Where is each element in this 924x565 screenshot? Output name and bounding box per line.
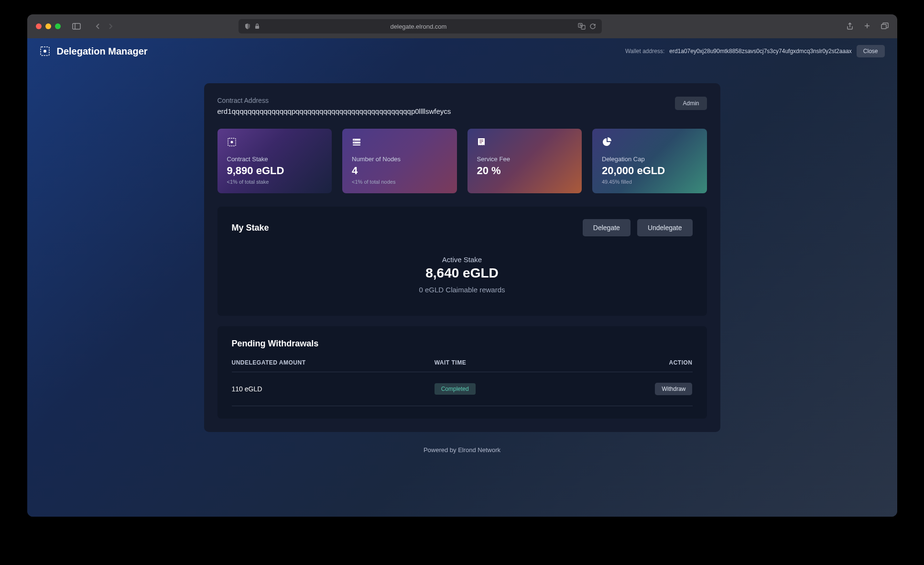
- my-stake-title: My Stake: [232, 223, 269, 233]
- withdrawals-title: Pending Withdrawals: [232, 339, 693, 349]
- share-icon[interactable]: [847, 22, 853, 30]
- active-stake-label: Active Stake: [232, 255, 693, 264]
- privacy-shield-icon[interactable]: [244, 23, 251, 30]
- card-value: 20 %: [477, 165, 573, 177]
- translate-icon[interactable]: [578, 23, 586, 30]
- footer-text: Powered by Elrond Network: [424, 432, 500, 468]
- wallet-label: Wallet address:: [625, 48, 664, 55]
- delegate-button[interactable]: Delegate: [583, 219, 630, 236]
- reload-icon[interactable]: [589, 23, 596, 30]
- stake-summary: Active Stake 8,640 eGLD 0 eGLD Claimable…: [232, 251, 693, 303]
- sidebar-toggle-icon[interactable]: [72, 23, 81, 30]
- stake-icon: [227, 137, 237, 147]
- contract-row: Contract Address erd1qqqqqqqqqqqqqqqpqqq…: [217, 97, 707, 115]
- back-icon[interactable]: [95, 23, 100, 30]
- stake-actions: Delegate Undelegate: [583, 219, 693, 236]
- svg-rect-5: [881, 24, 886, 29]
- section-header: My Stake Delegate Undelegate: [232, 219, 693, 236]
- svg-point-7: [43, 50, 46, 53]
- row-wait: Completed: [435, 383, 600, 395]
- maximize-window-icon[interactable]: [55, 23, 61, 29]
- svg-rect-2: [255, 26, 259, 29]
- card-delegation-cap: Delegation Cap 20,000 eGLD 49.45% filled: [592, 129, 707, 193]
- admin-button[interactable]: Admin: [675, 97, 707, 110]
- app-title: Delegation Manager: [57, 46, 148, 57]
- row-amount: 110 eGLD: [232, 385, 435, 393]
- card-label: Contract Stake: [227, 155, 323, 163]
- card-label: Delegation Cap: [602, 155, 697, 163]
- url-text: delegate.elrond.com: [263, 23, 574, 30]
- card-label: Number of Nodes: [352, 155, 447, 163]
- lock-icon: [255, 23, 260, 29]
- close-button[interactable]: Close: [857, 45, 885, 57]
- tabs-overview-icon[interactable]: [881, 22, 889, 30]
- new-tab-icon[interactable]: [864, 22, 870, 30]
- svg-rect-16: [479, 141, 483, 142]
- active-stake-value: 8,640 eGLD: [232, 266, 693, 281]
- card-sub: <1% of total nodes: [352, 179, 447, 185]
- chrome-right-actions: [847, 22, 889, 30]
- elrond-logo-icon: [40, 46, 50, 56]
- nav-arrows: [95, 23, 113, 30]
- card-sub: 49.45% filled: [602, 179, 697, 185]
- row-action: Withdraw: [600, 383, 693, 395]
- app-content: Delegation Manager Wallet address: erd1a…: [27, 38, 897, 517]
- th-wait: WAIT TIME: [435, 359, 600, 366]
- stat-cards: Contract Stake 9,890 eGLD <1% of total s…: [217, 129, 707, 193]
- svg-rect-0: [73, 23, 80, 29]
- svg-rect-12: [353, 144, 360, 145]
- browser-window: delegate.elrond.com Delega: [27, 14, 897, 517]
- svg-rect-15: [479, 140, 483, 140]
- svg-point-13: [354, 139, 355, 140]
- card-service-fee: Service Fee 20 %: [467, 129, 582, 193]
- table-row: 110 eGLD Completed Withdraw: [232, 372, 693, 406]
- minimize-window-icon[interactable]: [45, 23, 51, 29]
- withdraw-button[interactable]: Withdraw: [655, 383, 692, 395]
- th-action: ACTION: [600, 359, 693, 366]
- claimable-rewards: 0 eGLD Claimable rewards: [232, 286, 693, 294]
- pending-withdrawals-section: Pending Withdrawals UNDELEGATED AMOUNT W…: [217, 326, 707, 419]
- card-contract-stake: Contract Stake 9,890 eGLD <1% of total s…: [217, 129, 332, 193]
- card-value: 4: [352, 165, 447, 177]
- wallet-address: erd1a07ey0xj28u90mtk8858zsavs0cj7s3cy74u…: [669, 48, 852, 55]
- pie-chart-icon: [602, 137, 611, 147]
- svg-point-9: [230, 141, 233, 144]
- close-window-icon[interactable]: [36, 23, 42, 29]
- contract-address: erd1qqqqqqqqqqqqqqqpqqqqqqqqqqqqqqqqqqqq…: [217, 107, 451, 115]
- th-amount: UNDELEGATED AMOUNT: [232, 359, 435, 366]
- card-nodes: Number of Nodes 4 <1% of total nodes: [342, 129, 457, 193]
- card-label: Service Fee: [477, 155, 573, 163]
- card-value: 20,000 eGLD: [602, 165, 697, 177]
- contract-label: Contract Address: [217, 97, 451, 104]
- undelegate-button[interactable]: Undelegate: [637, 219, 693, 236]
- traffic-lights: [36, 23, 61, 29]
- server-icon: [352, 137, 361, 147]
- main-content: Contract Address erd1qqqqqqqqqqqqqqqpqqq…: [27, 64, 897, 517]
- main-panel: Contract Address erd1qqqqqqqqqqqqqqqpqqq…: [204, 83, 720, 432]
- wallet-info: Wallet address: erd1a07ey0xj28u90mtk8858…: [625, 45, 885, 57]
- card-sub: <1% of total stake: [227, 179, 323, 185]
- contract-info: Contract Address erd1qqqqqqqqqqqqqqqpqqq…: [217, 97, 451, 115]
- table-headers: UNDELEGATED AMOUNT WAIT TIME ACTION: [232, 359, 693, 372]
- app-header: Delegation Manager Wallet address: erd1a…: [27, 38, 897, 64]
- address-bar[interactable]: delegate.elrond.com: [239, 19, 602, 33]
- svg-point-14: [354, 142, 355, 143]
- card-value: 9,890 eGLD: [227, 165, 323, 177]
- status-badge: Completed: [435, 383, 476, 395]
- forward-icon[interactable]: [109, 23, 113, 30]
- browser-chrome: delegate.elrond.com: [27, 14, 897, 38]
- svg-rect-17: [479, 143, 482, 143]
- receipt-icon: [477, 137, 487, 147]
- my-stake-section: My Stake Delegate Undelegate Active Stak…: [217, 207, 707, 316]
